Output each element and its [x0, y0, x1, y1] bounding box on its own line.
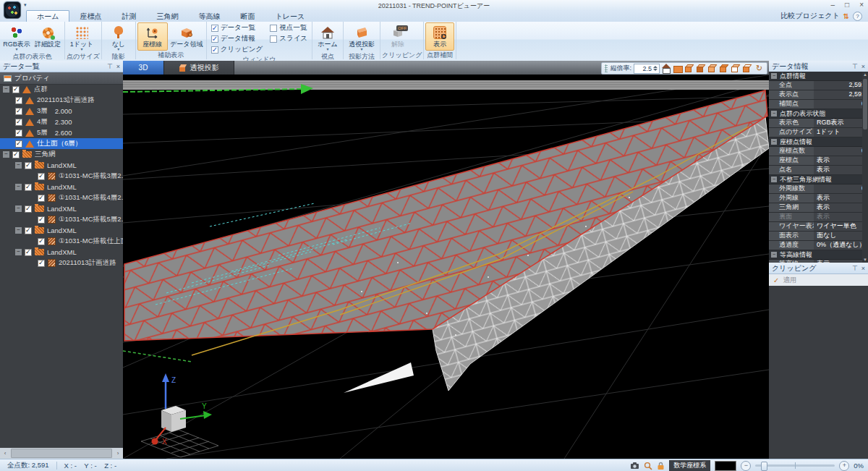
collapse-icon[interactable]: − [3, 151, 9, 158]
rotate-view-button[interactable]: ↻ [754, 64, 764, 73]
tab-section[interactable]: 断面 [230, 11, 265, 22]
collapse-icon[interactable]: − [771, 73, 777, 79]
tree-checkbox[interactable] [38, 195, 45, 202]
tree-checkbox[interactable] [25, 249, 32, 256]
close-button[interactable]: × [859, 1, 864, 9]
tree-item[interactable]: − LandXML [0, 203, 123, 214]
app-icon[interactable] [4, 1, 21, 19]
tree-item[interactable]: ①1031-MC搭載5層2.60 [0, 214, 123, 225]
scroll-down-icon[interactable]: ▼ [862, 257, 868, 263]
vertical-scrollbar[interactable]: ▲ ▼ [862, 72, 868, 263]
scrollbar-thumb[interactable] [11, 449, 112, 458]
quick-access-dropdown-icon[interactable]: ▾ [24, 2, 27, 8]
checkbox-data-list[interactable]: データ一覧 [211, 23, 263, 33]
tree-item[interactable]: 20211013計画道路 [0, 95, 123, 106]
pin-icon[interactable]: ⊤ [852, 265, 858, 272]
interpolation-show-button[interactable]: 表示 [425, 22, 454, 51]
tab-coord-point[interactable]: 座標点 [69, 11, 111, 22]
viewport-3d[interactable]: 3D 透視投影 縦倍率: 2.5 ↻ [123, 61, 769, 459]
tree-checkbox[interactable] [15, 140, 22, 148]
section-tin-info[interactable]: − 不整三角形網情報 [769, 175, 868, 184]
data-area-button[interactable]: データ領域 [169, 22, 205, 51]
scroll-up-icon[interactable]: ▲ [862, 72, 868, 77]
right-view-button[interactable] [720, 64, 729, 73]
tree-item[interactable]: 5層 2.600 [0, 127, 123, 138]
viewpoint-home-button[interactable]: ホーム ▾ [314, 22, 341, 52]
tree-checkbox[interactable] [15, 130, 22, 137]
section-coord-point-info[interactable]: − 座標点情報 [769, 137, 868, 147]
tab-tin[interactable]: 三角網 [146, 11, 188, 22]
collapse-icon[interactable]: − [15, 205, 22, 212]
tree-checkbox[interactable] [38, 173, 45, 180]
tree-item[interactable]: 20211013計画道路 [0, 258, 123, 268]
scroll-right-icon[interactable]: › [113, 450, 123, 457]
iso-view-button-2[interactable] [743, 64, 752, 73]
zoom-slider[interactable] [755, 464, 835, 467]
tree-item[interactable]: − LandXML [0, 160, 123, 171]
panel-close-icon[interactable]: × [861, 265, 865, 272]
horizontal-scrollbar[interactable]: ‹ › [0, 448, 123, 459]
scene-canvas[interactable]: Z Y X [123, 75, 769, 459]
pin-icon[interactable]: ⊤ [852, 63, 858, 70]
tree-item[interactable]: − LandXML [0, 182, 123, 192]
compare-project-icon[interactable]: ⇅ [843, 12, 849, 20]
tree-checkbox[interactable] [12, 151, 20, 158]
collapse-icon[interactable]: − [771, 177, 777, 182]
tab-3d[interactable]: 3D [123, 61, 164, 75]
tree-checkbox[interactable] [25, 205, 32, 213]
checkbox-viewpoint-list[interactable]: 視点一覧 [270, 23, 307, 33]
collapse-icon[interactable]: − [15, 227, 22, 234]
detail-settings-button[interactable]: 詳細設定 [33, 22, 63, 52]
tree-checkbox[interactable] [38, 238, 45, 245]
tree-checkbox[interactable] [25, 184, 32, 191]
tree-checkbox[interactable] [15, 108, 22, 115]
scrollbar-thumb[interactable] [863, 79, 867, 130]
tree-checkbox[interactable] [25, 162, 32, 169]
collapse-icon[interactable]: − [771, 111, 777, 116]
zoom-in-button[interactable]: + [839, 461, 849, 471]
iso-view-button[interactable] [731, 64, 741, 73]
back-view-button[interactable] [697, 64, 706, 73]
help-button[interactable]: ? [853, 12, 862, 21]
coord-system-badge[interactable]: 数学座標系 [669, 460, 710, 471]
pin-icon[interactable]: ⊤ [107, 63, 113, 70]
zoom-search-icon[interactable] [644, 462, 652, 470]
left-view-button[interactable] [708, 64, 718, 73]
dot-size-button[interactable]: 1ドット ▾ [67, 22, 97, 52]
tree-checkbox[interactable] [15, 97, 22, 104]
maximize-button[interactable]: □ [845, 1, 849, 9]
shadow-none-button[interactable]: なし ▾ [103, 22, 134, 52]
tab-contour[interactable]: 等高線 [188, 11, 230, 22]
section-contour-info[interactable]: − 等高線情報 [769, 250, 868, 260]
section-pointcloud-info[interactable]: − 点群情報 [769, 72, 868, 81]
collapse-icon[interactable]: − [771, 139, 777, 145]
top-view-button[interactable] [673, 66, 683, 73]
scroll-left-icon[interactable]: ‹ [0, 450, 10, 457]
lock-icon[interactable] [657, 462, 665, 470]
minimize-button[interactable]: – [831, 1, 835, 9]
collapse-icon[interactable]: − [15, 249, 22, 255]
background-color-swatch[interactable] [715, 461, 736, 471]
tree-item[interactable]: 3層 2.000 [0, 106, 123, 116]
compare-project-label[interactable]: 比較プロジェクト [780, 11, 839, 21]
tree-checkbox[interactable] [15, 119, 22, 126]
tree-item-pointcloud[interactable]: − 点群 [0, 84, 123, 95]
slider-thumb[interactable] [761, 462, 767, 471]
tree-item[interactable]: ①1031-MC搭載4層2.30 [0, 192, 123, 203]
collapse-icon[interactable]: − [3, 86, 9, 93]
front-view-button[interactable] [685, 64, 694, 73]
tree-checkbox[interactable] [38, 216, 45, 224]
checkbox-data-info[interactable]: データ情報 [211, 34, 263, 43]
checkbox-clipping[interactable]: クリッピング [211, 45, 263, 54]
tab-measure[interactable]: 計測 [111, 11, 146, 22]
tree-item-selected[interactable]: 仕上面（6層） [0, 138, 123, 149]
tree-item[interactable]: 4層 2.300 [0, 116, 123, 127]
section-display-state[interactable]: − 点群の表示状態 [769, 109, 868, 119]
checkbox-slice[interactable]: スライス [270, 34, 307, 43]
home-view-button[interactable] [662, 64, 671, 73]
projection-tab[interactable]: 透視投影 [164, 61, 234, 75]
tree-item[interactable]: ①1031-MC搭載仕上面（6層 [0, 236, 123, 247]
toolbar-grip[interactable] [605, 64, 608, 72]
perspective-button[interactable]: 透視投影 ▾ [345, 22, 378, 52]
tree-item-tin-group[interactable]: − 三角網 [0, 149, 123, 160]
